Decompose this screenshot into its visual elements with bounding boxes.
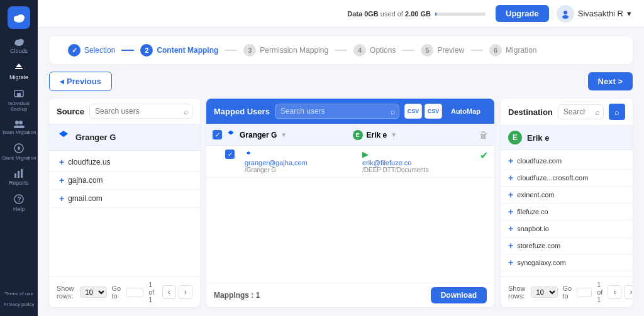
step-2-num: 2 <box>140 44 153 57</box>
dest-expand-icon-7: + <box>508 258 513 268</box>
destination-panel: Destination ⌕ ⌕ E Erik e + <box>501 99 633 307</box>
show-rows-select[interactable]: 10 <box>80 286 107 298</box>
dropbox-icon-mapped <box>226 129 236 140</box>
mapped-search-icon[interactable]: ⌕ <box>391 107 396 116</box>
step-migration[interactable]: 6 Migration <box>483 44 543 57</box>
dest-email-addr: erik@filefuze.co <box>362 159 476 166</box>
source-search-icon[interactable]: ⌕ <box>184 107 189 116</box>
mapped-search-input[interactable] <box>275 104 399 119</box>
dest-panel-body: E Erik e + cloudfuze.com + cloudfuze...c… <box>501 126 633 276</box>
source-search-input[interactable] <box>89 104 192 119</box>
source-domain-1[interactable]: + cloudfuze.us <box>49 153 200 172</box>
dest-user-row: E Erik e <box>501 126 633 150</box>
chevron-down-icon: ▾ <box>627 9 631 18</box>
dest-panel-header: Destination ⌕ ⌕ <box>501 99 633 126</box>
sidebar-item-individual-backup[interactable]: Individual Backup <box>0 84 38 116</box>
svg-rect-17 <box>18 171 19 178</box>
page-input[interactable] <box>126 288 143 297</box>
svg-marker-7 <box>16 63 22 67</box>
source-domain-3[interactable]: + gmail.com <box>49 190 200 208</box>
dest-search-button[interactable]: ⌕ <box>609 104 625 120</box>
avatar <box>557 5 574 23</box>
dest-domain-4[interactable]: + filefuze.co <box>501 204 633 221</box>
gdrive-icon-mapped: E <box>353 130 363 140</box>
csv-button-2[interactable]: CSV <box>425 104 442 119</box>
svg-rect-18 <box>21 169 23 178</box>
step-options[interactable]: 4 Options <box>347 44 402 57</box>
delete-mapping-icon[interactable]: 🗑 <box>479 130 488 140</box>
svg-text:?: ? <box>18 196 21 203</box>
download-button[interactable]: Download <box>431 287 487 303</box>
upgrade-button[interactable]: Upgrade <box>496 5 549 22</box>
header: Data 0GB used of 2.00 GB Upgrade Sivasak… <box>38 0 644 28</box>
row-checkbox[interactable]: ✓ <box>213 130 222 139</box>
sidebar-item-slack-migration[interactable]: Slack Migration <box>0 139 38 165</box>
show-rows-label: Show rows: <box>57 285 75 300</box>
mapped-dest-name: Erik e <box>367 131 387 139</box>
dest-expand-icon-5: + <box>508 224 513 234</box>
svg-marker-24 <box>228 130 234 137</box>
logo[interactable] <box>8 6 30 29</box>
sidebar-item-help[interactable]: ? Help <box>0 190 38 216</box>
dest-prev-page-button[interactable]: ‹ <box>608 285 621 299</box>
next-page-button[interactable]: › <box>179 285 192 299</box>
connector-5 <box>470 50 483 51</box>
expand-icon-2: + <box>59 175 64 185</box>
source-user-name: Granger G <box>75 133 116 142</box>
prev-page-button[interactable]: ‹ <box>162 285 176 299</box>
next-button[interactable]: Next > <box>588 72 633 90</box>
dest-search-icon[interactable]: ⌕ <box>595 107 600 117</box>
dest-domain-list: + cloudfuze.com + cloudfuze...crosoft.co… <box>501 150 633 276</box>
dest-show-rows-select[interactable]: 10 <box>531 286 558 298</box>
step-permission-mapping[interactable]: 3 Permission Mapping <box>237 44 335 57</box>
step-6-num: 6 <box>489 44 502 57</box>
sidebar-item-migrate[interactable]: Migrate <box>0 58 38 84</box>
dest-email-path: /DEEP DTT/Documents <box>362 166 476 173</box>
mapped-actions: CSV CSV AutoMap <box>404 104 487 119</box>
src-email-addr: granger@gajha.com <box>245 159 358 166</box>
dest-domain-1[interactable]: + cloudfuze.com <box>501 153 633 170</box>
dest-filter-icon[interactable]: ▼ <box>391 131 397 138</box>
dest-search: ⌕ <box>558 104 604 119</box>
dest-domain-2[interactable]: + cloudfuze...crosoft.com <box>501 170 633 187</box>
svg-rect-9 <box>17 93 21 97</box>
step-selection[interactable]: ✓ Selection <box>62 44 121 57</box>
dest-domain-6[interactable]: + storefuze.com <box>501 237 633 254</box>
stepper: ✓ Selection 2 Content Mapping 3 Permissi… <box>49 36 633 64</box>
gdrive-icon-dest: E <box>508 131 522 144</box>
svg-rect-6 <box>15 68 23 69</box>
dest-domain-7[interactable]: + syncgalaxy.com <box>501 254 633 271</box>
user-menu[interactable]: Sivasakthi R ▾ <box>557 5 631 23</box>
connector-3 <box>335 50 347 51</box>
email-row-checkbox[interactable]: ✓ <box>225 150 235 159</box>
sidebar-item-reports[interactable]: Reports <box>0 165 38 190</box>
sidebar-item-clouds[interactable]: Clouds <box>0 34 38 58</box>
dest-domain-8[interactable]: + syncorbit.com <box>501 271 633 276</box>
dest-domain-label-3: exinent.com <box>517 191 554 199</box>
source-search: ⌕ <box>89 104 192 119</box>
terms-link[interactable]: Terms of use <box>4 288 33 299</box>
src-filter-icon[interactable]: ▼ <box>280 131 287 138</box>
dest-next-page-button[interactable]: › <box>624 285 633 299</box>
dest-domain-5[interactable]: + snapbot.io <box>501 221 633 237</box>
dest-domain-3[interactable]: + exinent.com <box>501 187 633 204</box>
dest-page-input[interactable] <box>577 288 592 297</box>
mappings-count: Mappings : 1 <box>214 291 260 300</box>
svg-marker-25 <box>247 151 251 156</box>
mapped-panel-footer: Mappings : 1 Download <box>206 283 494 307</box>
sidebar: Clouds Migrate Individual Backup Team Mi… <box>0 0 38 316</box>
source-domain-2[interactable]: + gajha.com <box>49 172 200 190</box>
mapped-panel: Mapped Users ⌕ CSV CSV AutoMap ✓ <box>206 99 494 307</box>
sidebar-item-team-migration[interactable]: Team Migration <box>0 116 38 139</box>
dest-expand-icon-1: + <box>508 156 513 166</box>
step-preview[interactable]: 5 Preview <box>414 44 470 57</box>
svg-point-11 <box>19 121 23 124</box>
step-4-num: 4 <box>353 44 366 57</box>
csv-button-1[interactable]: CSV <box>404 104 422 119</box>
previous-button[interactable]: ◂ Previous <box>49 72 112 91</box>
automap-button[interactable]: AutoMap <box>445 105 487 117</box>
sidebar-bottom: Terms of use Privacy policy <box>4 288 35 310</box>
mapped-dest-email: ▶ erik@filefuze.co /DEEP DTT/Documents <box>362 150 476 173</box>
privacy-link[interactable]: Privacy policy <box>4 299 35 310</box>
step-content-mapping[interactable]: 2 Content Mapping <box>134 44 225 57</box>
